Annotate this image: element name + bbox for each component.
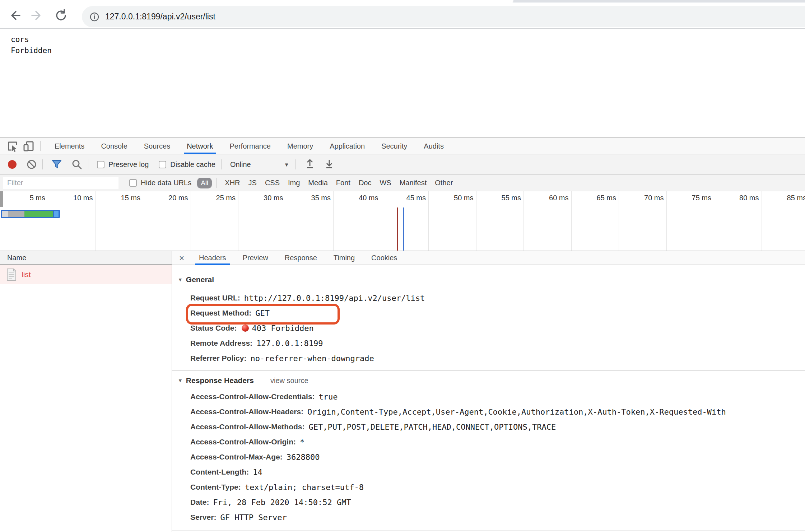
filter-type-js[interactable]: JS <box>248 179 257 187</box>
browser-tab-strip <box>0 0 805 3</box>
filter-type-font[interactable]: Font <box>336 179 350 187</box>
filter-type-xhr[interactable]: XHR <box>225 179 240 187</box>
timeline-tick-label: 20 ms <box>168 194 188 202</box>
page-text-line: cors <box>11 34 805 45</box>
search-button[interactable] <box>71 159 82 170</box>
tab-corner-notch <box>511 0 516 3</box>
load-event-marker <box>403 207 404 251</box>
hide-data-urls-label[interactable]: Hide data URLs <box>141 179 191 187</box>
url-text[interactable]: 127.0.0.1:8199/api.v2/user/list <box>105 12 215 22</box>
details-tab-headers[interactable]: Headers <box>199 251 226 265</box>
filter-type-css[interactable]: CSS <box>265 179 280 187</box>
general-section-title: General <box>186 275 214 284</box>
filter-type-other[interactable]: Other <box>435 179 453 187</box>
timeline-gridline <box>191 191 191 251</box>
disable-cache-label[interactable]: Disable cache <box>170 160 215 169</box>
device-toolbar-button[interactable] <box>22 140 34 152</box>
filter-type-img[interactable]: Img <box>288 179 300 187</box>
header-row: Access-Control-Allow-Origin:* <box>190 434 805 449</box>
forward-button[interactable] <box>29 8 45 23</box>
details-tabs: HeadersPreviewResponseTimingCookies <box>191 251 405 265</box>
details-tab-response[interactable]: Response <box>285 251 317 265</box>
throttling-select[interactable]: Online <box>230 160 251 169</box>
filter-type-doc[interactable]: Doc <box>359 179 372 187</box>
overview-scrubber-handle[interactable] <box>0 191 3 207</box>
header-key: Status Code: <box>190 324 237 332</box>
clear-button[interactable] <box>27 159 37 169</box>
back-button[interactable] <box>6 8 22 23</box>
network-filter-bar: Hide data URLs All XHRJSCSSImgMediaFontD… <box>0 175 805 191</box>
search-icon <box>71 159 82 170</box>
export-har-button[interactable] <box>324 159 334 170</box>
timeline-gridline <box>381 191 381 251</box>
close-details-button[interactable]: × <box>179 254 184 262</box>
address-bar[interactable]: 127.0.0.1:8199/api.v2/user/list <box>82 6 805 27</box>
timeline-tick-label: 80 ms <box>739 194 759 202</box>
timeline-gridline <box>571 191 572 251</box>
preserve-log-label[interactable]: Preserve log <box>108 160 149 169</box>
timeline-tick-label: 60 ms <box>549 194 568 202</box>
header-key: Server: <box>190 513 216 522</box>
reload-icon <box>55 9 68 22</box>
disable-cache-checkbox[interactable] <box>159 161 166 168</box>
name-column-label: Name <box>7 254 26 262</box>
import-har-button[interactable] <box>305 159 315 170</box>
filter-type-manifest[interactable]: Manifest <box>400 179 427 187</box>
tab-application[interactable]: Application <box>330 138 365 154</box>
hide-data-urls-checkbox[interactable] <box>129 179 137 187</box>
collapse-triangle-icon[interactable]: ▼ <box>178 277 183 283</box>
record-button[interactable] <box>8 160 17 169</box>
browser-toolbar: 127.0.0.1:8199/api.v2/user/list <box>0 3 805 28</box>
download-arrow-icon <box>324 159 334 170</box>
page-text-line: Forbidden <box>11 45 805 56</box>
tab-network[interactable]: Network <box>187 138 213 154</box>
waterfall-segment-tail <box>54 211 59 217</box>
timeline-tick-label: 40 ms <box>359 194 378 202</box>
view-source-link[interactable]: view source <box>270 377 308 385</box>
reload-button[interactable] <box>53 8 69 23</box>
header-key: Access-Control-Max-Age: <box>190 453 283 461</box>
filter-toggle-button[interactable] <box>51 159 62 170</box>
requests-name-column-header[interactable]: Name <box>0 251 172 265</box>
header-key: Request URL: <box>190 294 240 302</box>
tab-audits[interactable]: Audits <box>424 138 444 154</box>
general-headers-list: Request URL:http://127.0.0.1:8199/api.v2… <box>172 290 805 366</box>
header-value: true <box>319 392 338 401</box>
filter-input[interactable] <box>3 177 118 189</box>
tab-memory[interactable]: Memory <box>287 138 313 154</box>
tab-security[interactable]: Security <box>381 138 407 154</box>
selected-request-waterfall-bar[interactable] <box>1 210 60 218</box>
timeline-tick-label: 45 ms <box>406 194 426 202</box>
resource-type-filters: XHRJSCSSImgMediaFontDocWSManifestOther <box>217 179 453 187</box>
details-tab-cookies[interactable]: Cookies <box>371 251 397 265</box>
timeline-gridline <box>762 191 762 251</box>
timeline-tick-label: 10 ms <box>73 194 93 202</box>
details-tab-timing[interactable]: Timing <box>334 251 355 265</box>
collapse-triangle-icon[interactable]: ▼ <box>178 378 183 383</box>
header-value: 3628800 <box>287 453 320 462</box>
tab-elements[interactable]: Elements <box>55 138 84 154</box>
chevron-down-icon[interactable]: ▼ <box>284 162 289 168</box>
timeline-tick-label: 75 ms <box>692 194 711 202</box>
filter-type-media[interactable]: Media <box>308 179 327 187</box>
inspect-element-button[interactable] <box>6 140 19 152</box>
network-overview-timeline[interactable]: 5 ms10 ms15 ms20 ms25 ms30 ms35 ms40 ms4… <box>0 191 805 251</box>
site-info-icon[interactable] <box>90 12 99 22</box>
tab-sources[interactable]: Sources <box>144 138 170 154</box>
separator <box>40 141 41 151</box>
filter-all-pill[interactable]: All <box>197 178 212 188</box>
filter-type-ws[interactable]: WS <box>380 179 391 187</box>
request-name[interactable]: list <box>22 270 31 279</box>
general-section-header[interactable]: ▼ General <box>178 274 805 285</box>
timeline-gridline <box>619 191 619 251</box>
document-icon <box>6 268 17 281</box>
request-row-list[interactable]: list <box>0 265 172 284</box>
preserve-log-checkbox[interactable] <box>97 161 104 168</box>
tab-performance[interactable]: Performance <box>230 138 271 154</box>
response-headers-section-header[interactable]: ▼ Response Headers view source <box>178 375 805 386</box>
timeline-gridline <box>48 191 48 251</box>
devtools-panel: ElementsConsoleSourcesNetworkPerformance… <box>0 137 805 532</box>
details-tab-preview[interactable]: Preview <box>243 251 268 265</box>
tab-console[interactable]: Console <box>101 138 127 154</box>
timeline-tick-label: 25 ms <box>216 194 236 202</box>
